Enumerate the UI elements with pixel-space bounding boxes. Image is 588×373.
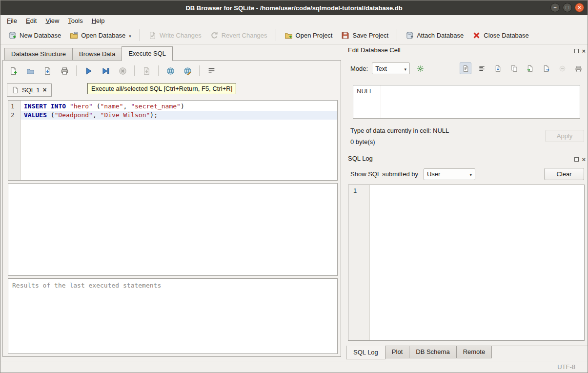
tab-remote[interactable]: Remote: [456, 346, 492, 358]
window-controls: –□×: [550, 3, 584, 12]
editor-line: VALUES ("Deadpond", "Dive Wilson");: [21, 111, 337, 120]
clear-button[interactable]: Clear: [544, 168, 584, 180]
set-null-icon: [559, 65, 566, 72]
sql-token: "name": [101, 103, 123, 110]
open-project-icon: [284, 31, 293, 40]
editor-content[interactable]: INSERT INTO "hero" ("name", "secret_name…: [21, 101, 337, 180]
menu-file[interactable]: File: [2, 16, 21, 26]
find-icon: [166, 67, 175, 75]
menu-tools[interactable]: Tools: [63, 16, 87, 26]
toolbar-button-label: Revert Changes: [222, 32, 267, 39]
open-database-icon: [70, 31, 78, 40]
sql-log-view[interactable]: 1: [348, 185, 585, 341]
dropdown-arrow-icon[interactable]: [129, 32, 131, 40]
sql-log-title: SQL Log: [348, 155, 373, 162]
chevron-down-icon: [466, 170, 472, 178]
toolbar-button-label: Attach Database: [417, 32, 464, 39]
print-button[interactable]: [572, 62, 584, 74]
edit-cell-title: Edit Database Cell: [348, 46, 401, 54]
menu-view[interactable]: View: [41, 16, 63, 26]
save-as-button[interactable]: [492, 62, 504, 74]
tab-sql-1[interactable]: SQL 1: [7, 83, 52, 97]
revert-changes-icon: [210, 31, 219, 40]
chevron-down-icon: [401, 65, 407, 72]
stop-icon: [119, 67, 127, 75]
minimize-button[interactable]: –: [550, 3, 560, 12]
open-project-button[interactable]: Open Project: [281, 29, 337, 42]
float-panel-icon[interactable]: [574, 157, 579, 162]
sql-token: [66, 103, 70, 110]
submitted-by-select[interactable]: User: [424, 168, 475, 180]
open-database-button[interactable]: Open Database: [66, 29, 135, 42]
format-icon: [183, 67, 192, 75]
sql-token: ,: [93, 111, 101, 119]
sql-token: (: [93, 103, 101, 110]
sql-tab-label: SQL 1: [22, 86, 40, 94]
execute-line-button[interactable]: [98, 64, 113, 78]
toolbar-separator: [276, 29, 276, 41]
save-results-icon: [142, 67, 151, 75]
line-number: 2: [8, 111, 20, 120]
new-database-icon: [8, 31, 17, 40]
main-tabbar: Database StructureBrowse DataExecute SQL: [4, 47, 172, 61]
copy-button[interactable]: [508, 62, 520, 74]
open-sql-file-button[interactable]: [23, 64, 38, 78]
sql-token: "secret_name": [131, 103, 181, 110]
import-button[interactable]: [524, 62, 536, 74]
new-database-button[interactable]: New Database: [4, 29, 65, 42]
revert-changes-button: Revert Changes: [206, 29, 271, 42]
cell-type-text: Type of data currently in cell: NULL: [350, 127, 449, 134]
menu-edit[interactable]: Edit: [21, 16, 41, 26]
line-number: 1: [8, 102, 20, 111]
find-button[interactable]: [163, 64, 178, 78]
close-tab-icon[interactable]: [42, 86, 46, 94]
save-project-button[interactable]: Save Project: [337, 29, 392, 42]
execution-log[interactable]: Results of the last executed statements: [8, 278, 338, 354]
toolbar-separator: [158, 65, 159, 76]
mode-select[interactable]: Text: [372, 62, 410, 74]
word-wrap-icon: [207, 67, 216, 75]
toolbar-separator: [140, 29, 140, 41]
close-panel-icon[interactable]: [582, 156, 586, 163]
close-panel-icon[interactable]: [582, 47, 586, 55]
execute-all-button[interactable]: [81, 64, 96, 78]
print-button[interactable]: [57, 64, 72, 78]
menu-help[interactable]: Help: [87, 16, 109, 26]
sql-editor[interactable]: 12 INSERT INTO "hero" ("name", "secret_n…: [8, 100, 338, 181]
word-wrap-button[interactable]: [204, 64, 219, 78]
sql-token: "Deadpond": [55, 111, 93, 119]
sql-file-icon: [12, 86, 19, 94]
tab-plot[interactable]: Plot: [385, 346, 409, 358]
right-pane: Edit Database Cell Mode: Text NULL Type …: [344, 44, 588, 362]
cell-editor[interactable]: NULL: [353, 85, 580, 119]
text-mode-button[interactable]: [460, 62, 471, 74]
tab-db-schema[interactable]: DB Schema: [409, 346, 456, 358]
toolbar-separator: [134, 65, 135, 76]
save-sql-file-icon: [43, 67, 52, 75]
app-window: DB Browser for SQLite - /home/user/code/…: [0, 0, 588, 373]
titlebar: DB Browser for SQLite - /home/user/code/…: [0, 0, 588, 15]
settings-button[interactable]: [414, 62, 426, 74]
mode-value: Text: [375, 65, 387, 72]
results-grid[interactable]: [8, 183, 338, 276]
tab-sql-log[interactable]: SQL Log: [346, 346, 385, 359]
print-icon: [575, 65, 582, 72]
left-pane: Database StructureBrowse DataExecute SQL…: [0, 44, 344, 362]
format-button[interactable]: [180, 64, 195, 78]
close-database-button[interactable]: Close Database: [468, 29, 533, 42]
tab-database-structure[interactable]: Database Structure: [4, 48, 73, 61]
tab-browse-data[interactable]: Browse Data: [72, 48, 122, 61]
float-panel-icon[interactable]: [574, 49, 579, 53]
sql-log-dock-buttons: [574, 156, 586, 163]
export-button[interactable]: [540, 62, 552, 74]
close-button[interactable]: ×: [575, 3, 584, 12]
filter-label: Show SQL submitted by: [350, 170, 418, 178]
cell-value: NULL: [357, 87, 373, 95]
tab-execute-sql[interactable]: Execute SQL: [122, 46, 173, 61]
encoding-label: UTF-8: [557, 363, 575, 371]
align-button[interactable]: [476, 62, 487, 74]
new-tab-button[interactable]: [6, 64, 20, 78]
maximize-button[interactable]: □: [563, 3, 572, 12]
save-sql-file-button[interactable]: [40, 64, 55, 78]
attach-database-button[interactable]: Attach Database: [402, 29, 467, 42]
